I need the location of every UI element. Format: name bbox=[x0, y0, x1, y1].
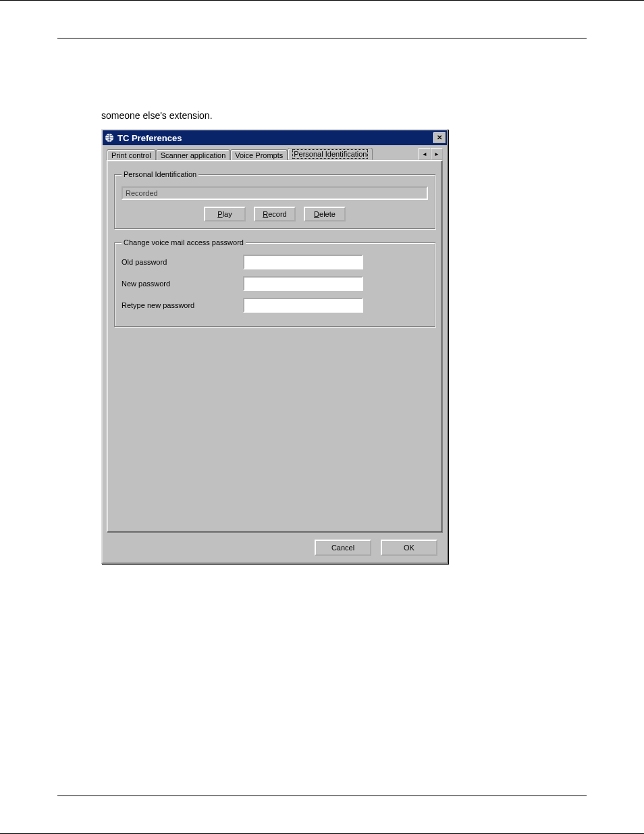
play-rest: lay bbox=[223, 210, 232, 218]
tc-preferences-dialog: TC Preferences ✕ Print control Scanner a… bbox=[101, 129, 448, 564]
play-button[interactable]: Play bbox=[204, 207, 246, 221]
page-divider-top bbox=[57, 38, 587, 38]
cancel-button[interactable]: Cancel bbox=[315, 540, 371, 556]
tab-scroll-right[interactable]: ► bbox=[431, 148, 443, 160]
group-personal-identification-legend: Personal Identification bbox=[122, 170, 198, 178]
old-password-label: Old password bbox=[122, 258, 243, 266]
tab-scanner-application-label: Scanner application bbox=[161, 151, 226, 159]
tab-voice-prompts-label: Voice Prompts bbox=[235, 151, 283, 159]
page-divider-bottom bbox=[57, 796, 587, 796]
new-password-input[interactable] bbox=[243, 276, 363, 291]
close-button[interactable]: ✕ bbox=[433, 132, 446, 143]
chevron-left-icon: ◄ bbox=[422, 151, 427, 157]
retype-password-label: Retype new password bbox=[122, 301, 243, 309]
tab-print-control-label: Print control bbox=[111, 151, 151, 159]
delete-accel: D bbox=[314, 210, 319, 218]
group-change-password-legend: Change voice mail access password bbox=[122, 238, 246, 246]
group-personal-identification: Personal Identification Recorded Play Re… bbox=[114, 170, 435, 229]
tab-print-control[interactable]: Print control bbox=[107, 149, 156, 161]
play-accel: P bbox=[217, 210, 222, 218]
old-password-input[interactable] bbox=[243, 255, 363, 269]
tab-scroll-left[interactable]: ◄ bbox=[419, 148, 431, 160]
retype-password-input[interactable] bbox=[243, 298, 363, 313]
globe-icon bbox=[104, 132, 115, 143]
dialog-title: TC Preferences bbox=[117, 133, 433, 143]
new-password-label: New password bbox=[122, 280, 243, 288]
ok-button[interactable]: OK bbox=[381, 540, 437, 556]
tab-scanner-application[interactable]: Scanner application bbox=[156, 149, 231, 161]
delete-rest: elete bbox=[319, 210, 336, 218]
personal-id-status: Recorded bbox=[122, 186, 428, 200]
record-button[interactable]: Record bbox=[254, 207, 296, 221]
chevron-right-icon: ► bbox=[434, 151, 439, 157]
tab-voice-prompts[interactable]: Voice Prompts bbox=[230, 149, 288, 161]
close-icon: ✕ bbox=[437, 134, 442, 141]
record-accel: R bbox=[263, 210, 268, 218]
delete-button[interactable]: Delete bbox=[304, 207, 346, 221]
titlebar: TC Preferences ✕ bbox=[103, 130, 447, 145]
intro-text: someone else's extension. bbox=[101, 110, 213, 121]
tab-panel-personal-identification: Personal Identification Recorded Play Re… bbox=[107, 160, 443, 533]
tab-personal-identification-label: Personal Identification bbox=[292, 149, 368, 159]
group-change-password: Change voice mail access password Old pa… bbox=[114, 238, 435, 327]
tab-personal-identification[interactable]: Personal Identification bbox=[288, 148, 373, 160]
tab-strip: Print control Scanner application Voice … bbox=[103, 145, 447, 160]
record-rest: ecord bbox=[268, 210, 287, 218]
